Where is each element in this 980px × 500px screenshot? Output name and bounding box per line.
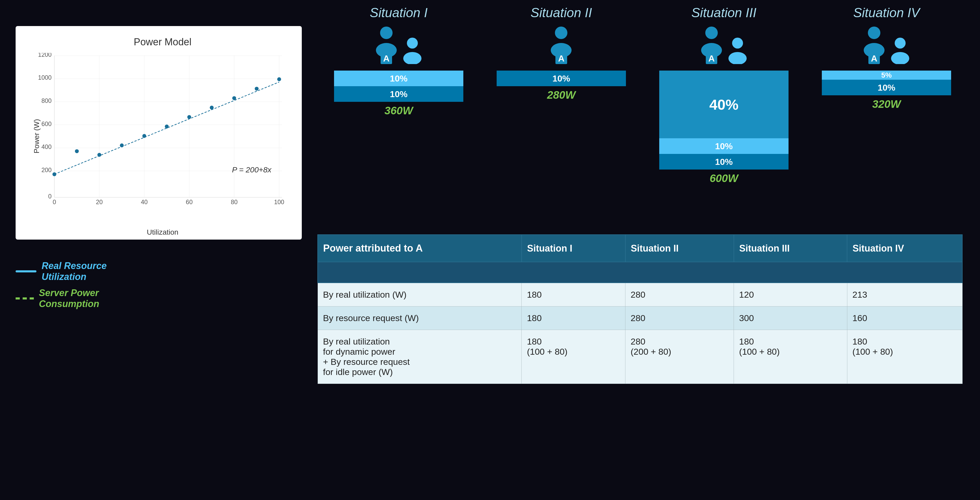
row1-label: By real utilization (W) (318, 283, 522, 307)
attribution-table: Power attributed to A Situation I Situat… (317, 234, 963, 384)
svg-text:200: 200 (41, 167, 51, 173)
situation-3-bars: 40% 10% 10% (659, 70, 789, 169)
situation-1-bars: 10% 10% (334, 70, 463, 102)
situation-2-bars: 10% (496, 70, 626, 86)
svg-point-36 (232, 96, 236, 100)
svg-text:20: 20 (96, 199, 103, 206)
svg-point-43 (403, 52, 422, 64)
bar-middle-sit3: 40% (659, 70, 789, 138)
person-A-sit1: A (374, 26, 399, 64)
chart-title: Power Model (37, 37, 289, 48)
person-A-label-sit2: A (555, 53, 567, 64)
svg-point-30 (97, 153, 101, 157)
svg-point-48 (732, 38, 743, 49)
svg-text:800: 800 (41, 97, 51, 104)
svg-point-32 (142, 134, 146, 138)
situation-3-persons: A (699, 26, 749, 64)
situation-4-col: Situation IV A 5% 10% (805, 5, 968, 185)
person-icon-A-sit3 (699, 26, 724, 57)
legend-real-resource: Real Resource Utilization (16, 260, 146, 282)
person-icon-B-sit4 (889, 37, 911, 64)
svg-point-53 (891, 52, 909, 64)
bar-top-sit3: 10% (659, 138, 789, 154)
person-icon-B-sit1 (401, 37, 423, 64)
svg-text:80: 80 (231, 199, 237, 206)
legend-area: Real Resource Utilization Server Power C… (16, 260, 146, 315)
row1-s3: 120 (734, 283, 847, 307)
spacer-cell (318, 262, 962, 283)
table-col0-header: Power attributed to A (318, 235, 522, 262)
situations-header-area: Situation I A 10% 10% (317, 5, 968, 185)
svg-text:400: 400 (41, 144, 51, 150)
real-resource-line-icon (16, 270, 37, 272)
situation-4-bars: 5% 10% (822, 70, 951, 95)
y-axis-label: Power (W) (32, 119, 41, 153)
svg-text:1000: 1000 (38, 74, 51, 81)
table-col1-header: Situation I (522, 235, 625, 262)
person-A-sit2: A (549, 26, 574, 64)
situation-1-persons: A (374, 26, 423, 64)
situation-1-col: Situation I A 10% 10% (317, 5, 480, 185)
bar-top-sit1: 10% (334, 70, 463, 86)
person-A-sit4: A (862, 26, 887, 64)
svg-text:0: 0 (48, 193, 51, 200)
server-power-label: Server Power Consumption (39, 288, 146, 309)
person-B-sit3 (727, 37, 749, 64)
svg-text:600: 600 (41, 121, 51, 127)
situation-2-col: Situation II A 10% 280W (480, 5, 643, 185)
power-model-chart: Power Model Power (W) 0 200 400 600 (16, 26, 302, 240)
svg-point-44 (555, 27, 567, 39)
row2-label: By resource request (W) (318, 307, 522, 330)
svg-text:60: 60 (186, 199, 192, 206)
row2-s1: 180 (522, 307, 625, 330)
situation-4-header: Situation IV (853, 5, 920, 20)
table-header-row: Power attributed to A Situation I Situat… (318, 235, 962, 262)
bar-bottom-sit1: 10% (334, 86, 463, 102)
svg-point-31 (120, 144, 124, 147)
situation-3-header: Situation III (691, 5, 756, 20)
person-A-label-sit4: A (869, 53, 880, 64)
person-icon-A-sit1 (374, 26, 399, 57)
svg-text:P = 200+8x: P = 200+8x (232, 165, 272, 174)
svg-point-35 (210, 106, 213, 110)
chart-svg: 0 200 400 600 800 1000 1200 0 20 40 60 8… (37, 53, 289, 219)
svg-point-38 (277, 77, 281, 81)
row2-s3: 300 (734, 307, 847, 330)
sit1-value: 360W (385, 104, 413, 117)
server-power-line-icon (16, 297, 34, 299)
svg-text:1200: 1200 (38, 53, 51, 58)
row1-s4: 213 (847, 283, 962, 307)
situation-1-header: Situation I (370, 5, 428, 20)
row3-s3: 180(100 + 80) (734, 330, 847, 384)
svg-point-46 (705, 27, 718, 39)
bar-bottom-sit2: 10% (496, 70, 626, 86)
chart-area: Power (W) 0 200 400 600 800 10 (37, 53, 289, 219)
table-row-resource-req: By resource request (W) 180 280 300 160 (318, 307, 962, 330)
person-icon-A-sit2 (549, 26, 574, 57)
row2-s4: 160 (847, 307, 962, 330)
situation-3-col: Situation III A 40% 10 (643, 5, 805, 185)
person-A-label-sit1: A (380, 53, 392, 64)
person-icon-B-sit3 (727, 37, 749, 64)
table-row-real-util: By real utilization (W) 180 280 120 213 (318, 283, 962, 307)
row3-s1: 180(100 + 80) (522, 330, 625, 384)
bar-top-sit4: 5% (822, 70, 951, 80)
svg-point-33 (165, 125, 169, 128)
svg-point-50 (868, 27, 880, 39)
svg-point-28 (52, 173, 56, 176)
table-spacer-row (318, 262, 962, 283)
svg-point-34 (187, 115, 191, 119)
svg-point-42 (407, 38, 418, 49)
svg-text:0: 0 (52, 199, 56, 206)
svg-point-37 (255, 87, 259, 91)
legend-server-power: Server Power Consumption (16, 288, 146, 309)
row3-s2: 280(200 + 80) (625, 330, 734, 384)
situation-4-persons: A (862, 26, 911, 64)
sit2-value: 280W (547, 89, 576, 101)
person-B-sit1 (401, 37, 423, 64)
svg-text:100: 100 (274, 199, 284, 206)
sit4-value: 320W (872, 98, 901, 110)
power-table: Power attributed to A Situation I Situat… (317, 234, 963, 384)
table-row-combined: By real utilizationfor dynamic power+ By… (318, 330, 962, 384)
row1-s1: 180 (522, 283, 625, 307)
